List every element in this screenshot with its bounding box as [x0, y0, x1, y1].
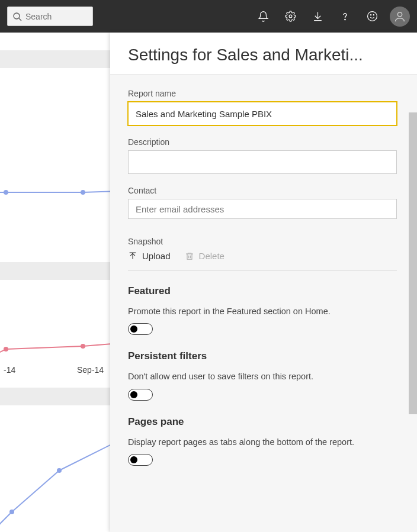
- persistent-desc: Don't allow end user to save filters on …: [128, 370, 397, 382]
- search-icon: [12, 12, 22, 21]
- delete-label: Delete: [199, 251, 224, 261]
- avatar[interactable]: [390, 7, 410, 27]
- svg-line-14: [83, 343, 110, 346]
- svg-line-17: [0, 512, 12, 530]
- svg-line-19: [59, 441, 110, 470]
- upload-icon: [128, 252, 137, 261]
- search-box[interactable]: [7, 7, 93, 26]
- svg-point-16: [81, 344, 85, 349]
- svg-point-3: [344, 19, 345, 20]
- persistent-heading: Persistent filters: [128, 350, 397, 362]
- report-name-input[interactable]: [128, 102, 397, 125]
- svg-line-13: [6, 346, 83, 349]
- pages-toggle[interactable]: [128, 454, 153, 466]
- search-input[interactable]: [25, 12, 88, 21]
- settings-icon[interactable]: [277, 0, 303, 33]
- download-icon[interactable]: [304, 0, 331, 33]
- svg-point-11: [81, 190, 85, 195]
- pages-desc: Display report pages as tabs along the b…: [128, 436, 397, 448]
- panel-header: Settings for Sales and Marketi...: [110, 33, 417, 75]
- upload-label: Upload: [142, 251, 171, 261]
- svg-line-1: [19, 18, 21, 21]
- panel-body: Report name Description Contact Snapshot…: [110, 75, 417, 532]
- contact-input[interactable]: [128, 199, 397, 219]
- chart-line-blue-2: [0, 423, 110, 532]
- upload-button[interactable]: Upload: [128, 251, 171, 261]
- persistent-toggle[interactable]: [128, 389, 153, 401]
- help-icon[interactable]: [332, 0, 358, 33]
- svg-point-5: [370, 14, 371, 15]
- pages-heading: Pages pane: [128, 416, 397, 428]
- svg-point-15: [4, 347, 8, 352]
- delete-button: Delete: [185, 251, 224, 261]
- axis-tick-2: Sep-14: [77, 365, 104, 375]
- notifications-icon[interactable]: [250, 0, 276, 33]
- featured-desc: Promote this report in the Featured sect…: [128, 305, 397, 317]
- scrollbar[interactable]: [409, 112, 417, 414]
- top-icons: [250, 0, 410, 33]
- settings-panel: Settings for Sales and Marketi... Report…: [110, 33, 417, 532]
- background-report: -14 Sep-14: [0, 33, 110, 532]
- svg-point-21: [57, 468, 62, 473]
- svg-line-9: [83, 191, 110, 192]
- description-label: Description: [128, 137, 397, 147]
- trash-icon: [185, 252, 194, 261]
- svg-point-20: [9, 510, 14, 514]
- chart-line-blue-1: [0, 151, 110, 246]
- snapshot-label: Snapshot: [128, 237, 397, 246]
- feedback-icon[interactable]: [359, 0, 385, 33]
- top-bar: [0, 0, 417, 33]
- svg-point-10: [4, 190, 8, 195]
- featured-heading: Featured: [128, 285, 397, 297]
- divider: [128, 270, 397, 271]
- report-name-label: Report name: [128, 89, 397, 98]
- svg-point-4: [367, 12, 377, 21]
- contact-label: Contact: [128, 186, 397, 195]
- axis-tick-1: -14: [4, 365, 15, 375]
- svg-point-0: [14, 13, 20, 19]
- svg-point-6: [373, 14, 374, 15]
- svg-line-18: [12, 470, 59, 512]
- description-input[interactable]: [128, 150, 397, 174]
- svg-point-2: [289, 15, 292, 18]
- featured-toggle[interactable]: [128, 323, 153, 335]
- panel-title: Settings for Sales and Marketi...: [128, 46, 399, 65]
- svg-point-7: [397, 12, 402, 16]
